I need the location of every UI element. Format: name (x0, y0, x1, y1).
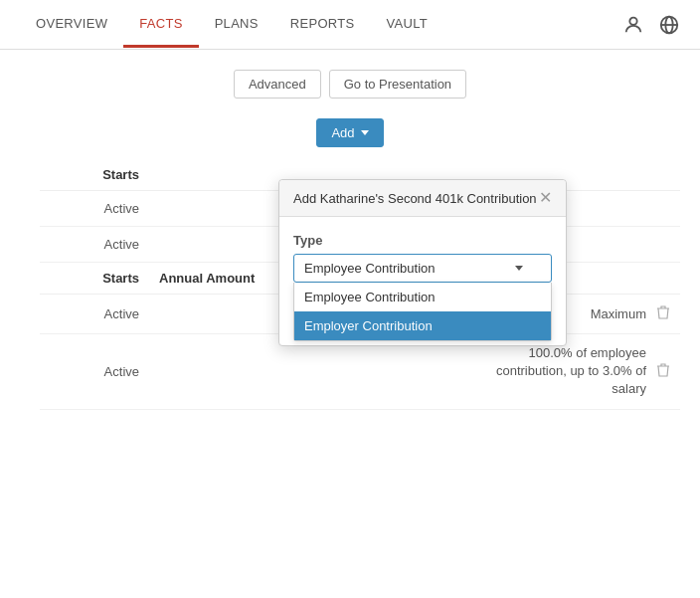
nav-item-plans[interactable]: PLANS (199, 2, 274, 48)
dropdown-item-employer[interactable]: Employer Contribution (294, 311, 551, 340)
content-area: Advanced Go to Presentation Add Starts A… (0, 50, 700, 430)
select-value: Employee Contribution (304, 261, 436, 276)
nav-icons (622, 14, 680, 36)
globe-icon[interactable] (658, 14, 680, 36)
type-select-wrapper: Employee Contribution Employee Contribut… (293, 254, 552, 283)
nav-item-facts[interactable]: FACTS (123, 2, 198, 48)
type-dropdown: Employee Contribution Employer Contribut… (293, 283, 552, 341)
dropdown-item-employee[interactable]: Employee Contribution (294, 283, 551, 311)
user-icon[interactable] (622, 14, 644, 36)
type-label: Type (293, 233, 552, 248)
nav-item-overview[interactable]: OVERVIEW (20, 2, 123, 48)
nav-item-reports[interactable]: REPORTS (274, 2, 371, 48)
modal-dialog: Add Katharine's Second 401k Contribution… (278, 179, 567, 346)
type-select[interactable]: Employee Contribution (293, 254, 552, 283)
modal-title: Add Katharine's Second 401k Contribution (293, 191, 537, 206)
svg-point-0 (629, 17, 636, 24)
modal-overlay: Add Katharine's Second 401k Contribution… (0, 50, 700, 430)
nav-item-vault[interactable]: VAULT (371, 2, 443, 48)
modal-close-button[interactable]: ✕ (539, 190, 552, 206)
select-caret-icon (515, 266, 523, 271)
modal-body: Type Employee Contribution Employee Cont… (279, 217, 566, 299)
nav-bar: OVERVIEW FACTS PLANS REPORTS VAULT (0, 0, 700, 50)
modal-header: Add Katharine's Second 401k Contribution… (279, 180, 566, 217)
